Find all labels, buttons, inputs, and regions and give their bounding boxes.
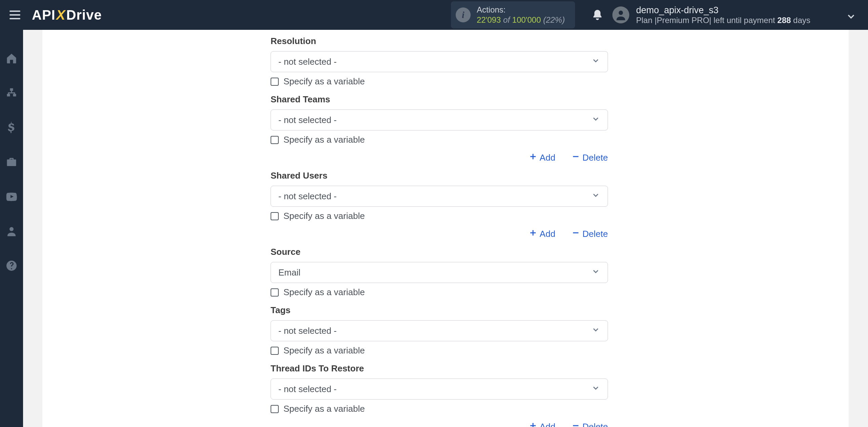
minus-icon	[572, 422, 580, 427]
checkbox-tags[interactable]	[271, 347, 279, 355]
select-shared_teams[interactable]: - not selected -	[271, 109, 608, 130]
chevron-down-icon	[591, 267, 600, 278]
actions-numbers: 22'093 of 100'000 (22%)	[477, 15, 565, 25]
field-label-thread_ids: Thread IDs To Restore	[271, 363, 608, 374]
variable-checkbox-row-resolution[interactable]: Specify as a variable	[271, 76, 608, 87]
sidebar-help-icon[interactable]	[0, 254, 23, 277]
select-source[interactable]: Email	[271, 262, 608, 283]
field-label-source: Source	[271, 247, 608, 257]
checkbox-resolution[interactable]	[271, 78, 279, 86]
sidebar-home-icon[interactable]	[0, 47, 23, 70]
field-label-shared_users: Shared Users	[271, 170, 608, 181]
add-button-thread_ids[interactable]: Add	[529, 422, 555, 427]
checkbox-thread_ids[interactable]	[271, 405, 279, 413]
select-value: - not selected -	[278, 115, 337, 125]
sidebar-youtube-icon[interactable]	[0, 185, 23, 208]
actions-row-shared_users: AddDelete	[271, 229, 608, 239]
field-group-shared_teams: Shared Teams- not selected -Specify as a…	[271, 94, 608, 163]
avatar[interactable]	[612, 6, 629, 23]
select-value: - not selected -	[278, 191, 337, 202]
variable-checkbox-row-tags[interactable]: Specify as a variable	[271, 345, 608, 356]
info-icon: i	[456, 7, 471, 22]
checkbox-shared_users[interactable]	[271, 212, 279, 220]
plus-icon	[529, 422, 537, 427]
actions-label: Actions:	[477, 5, 565, 15]
variable-checkbox-row-thread_ids[interactable]: Specify as a variable	[271, 404, 608, 414]
add-button-shared_teams[interactable]: Add	[529, 152, 555, 163]
sidebar-dollar-icon[interactable]	[0, 116, 23, 139]
svg-point-0	[619, 11, 623, 15]
field-group-thread_ids: Thread IDs To Restore- not selected -Spe…	[271, 363, 608, 427]
variable-checkbox-row-source[interactable]: Specify as a variable	[271, 287, 608, 298]
field-group-source: SourceEmailSpecify as a variable	[271, 247, 608, 298]
delete-button-thread_ids[interactable]: Delete	[572, 422, 608, 427]
actions-row-thread_ids: AddDelete	[271, 422, 608, 427]
sidebar-sitemap-icon[interactable]	[0, 81, 23, 104]
field-group-shared_users: Shared Users- not selected -Specify as a…	[271, 170, 608, 239]
field-group-resolution: Resolution- not selected -Specify as a v…	[271, 36, 608, 87]
field-label-tags: Tags	[271, 305, 608, 316]
user-info[interactable]: demo_apix-drive_s3 Plan |Premium PRO| le…	[636, 5, 810, 25]
chevron-down-icon	[591, 384, 600, 395]
delete-button-shared_teams[interactable]: Delete	[572, 152, 608, 163]
select-value: - not selected -	[278, 326, 337, 336]
youtube-icon	[5, 190, 18, 203]
logo-api: API	[32, 7, 56, 23]
dollar-icon	[5, 121, 18, 134]
variable-checkbox-row-shared_teams[interactable]: Specify as a variable	[271, 135, 608, 145]
select-thread_ids[interactable]: - not selected -	[271, 379, 608, 400]
page-scroll[interactable]: Resolution- not selected -Specify as a v…	[23, 30, 868, 427]
plus-icon	[529, 229, 537, 239]
logo-x: X	[56, 7, 66, 23]
user-plan: Plan |Premium PRO| left until payment 28…	[636, 16, 810, 25]
menu-toggle[interactable]	[9, 9, 22, 21]
logo-drive: Drive	[66, 7, 102, 23]
select-value: Email	[278, 267, 300, 278]
briefcase-icon	[5, 156, 18, 168]
select-tags[interactable]: - not selected -	[271, 320, 608, 341]
field-group-tags: Tags- not selected -Specify as a variabl…	[271, 305, 608, 356]
chevron-down-icon	[591, 56, 600, 67]
checkbox-label: Specify as a variable	[283, 404, 365, 414]
actions-counter[interactable]: i Actions: 22'093 of 100'000 (22%)	[451, 1, 575, 28]
field-label-shared_teams: Shared Teams	[271, 94, 608, 105]
sidebar-user-icon[interactable]	[0, 220, 23, 243]
bell-icon[interactable]	[591, 9, 604, 21]
sitemap-icon	[5, 87, 18, 99]
checkbox-source[interactable]	[271, 288, 279, 297]
select-shared_users[interactable]: - not selected -	[271, 186, 608, 207]
user-name: demo_apix-drive_s3	[636, 5, 810, 16]
minus-icon	[572, 229, 580, 239]
home-icon	[5, 52, 18, 64]
left-sidebar	[0, 30, 23, 427]
content-card: Resolution- not selected -Specify as a v…	[42, 30, 849, 427]
checkbox-label: Specify as a variable	[283, 287, 365, 298]
chevron-down-icon	[591, 191, 600, 202]
user-icon	[5, 225, 18, 237]
logo[interactable]: APIXDrive	[32, 7, 102, 23]
actions-row-shared_teams: AddDelete	[271, 152, 608, 163]
chevron-down-icon	[591, 115, 600, 126]
form-area: Resolution- not selected -Specify as a v…	[271, 30, 608, 427]
app-header: APIXDrive i Actions: 22'093 of 100'000 (…	[0, 0, 868, 30]
checkbox-label: Specify as a variable	[283, 135, 365, 145]
field-label-resolution: Resolution	[271, 36, 608, 46]
variable-checkbox-row-shared_users[interactable]: Specify as a variable	[271, 211, 608, 221]
delete-button-shared_users[interactable]: Delete	[572, 229, 608, 239]
checkbox-shared_teams[interactable]	[271, 136, 279, 144]
checkbox-label: Specify as a variable	[283, 211, 365, 221]
svg-point-1	[9, 227, 14, 231]
select-value: - not selected -	[278, 384, 337, 394]
checkbox-label: Specify as a variable	[283, 76, 365, 87]
checkbox-label: Specify as a variable	[283, 345, 365, 356]
add-button-shared_users[interactable]: Add	[529, 229, 555, 239]
select-value: - not selected -	[278, 57, 337, 67]
help-icon	[5, 260, 18, 272]
header-dropdown-toggle[interactable]	[846, 12, 856, 22]
sidebar-briefcase-icon[interactable]	[0, 150, 23, 174]
chevron-down-icon	[591, 325, 600, 337]
select-resolution[interactable]: - not selected -	[271, 51, 608, 72]
plus-icon	[529, 152, 537, 163]
minus-icon	[572, 152, 580, 163]
